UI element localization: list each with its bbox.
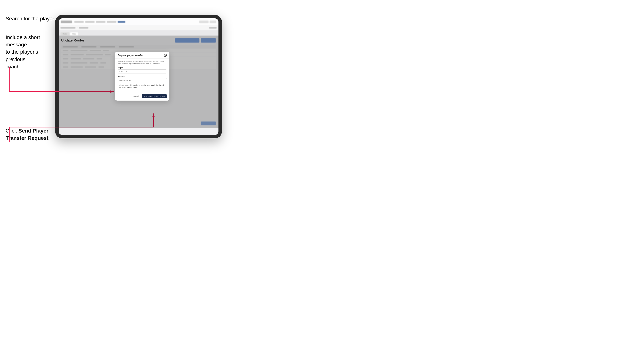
send-transfer-button[interactable]: Send Player Transfer Request	[142, 94, 167, 98]
cancel-button[interactable]: Cancel	[132, 95, 140, 98]
breadcrumb-item	[60, 27, 76, 29]
player-field-group: Player	[118, 67, 167, 73]
header-actions	[199, 20, 216, 23]
tab-stats: Stats	[70, 32, 78, 35]
player-input[interactable]	[118, 69, 167, 73]
nav-item-active	[118, 21, 125, 23]
app-logo	[61, 20, 72, 23]
modal-overlay: Request player transfer × If the player …	[58, 35, 218, 128]
header-action-btn	[210, 20, 216, 23]
tab-bar: Roster Stats	[58, 30, 218, 35]
tab-roster: Roster	[60, 32, 70, 35]
annotation-search: Search for the player.	[6, 15, 56, 22]
nav-item	[85, 21, 94, 23]
message-textarea[interactable]: Hi Coach McHarg, Please accept this tran…	[118, 78, 167, 88]
header-nav	[74, 21, 197, 23]
sub-header: ›	[58, 25, 218, 30]
tablet-screen: › Roster Stats Update Roster	[58, 18, 218, 135]
modal-header: Request player transfer ×	[115, 52, 170, 58]
sub-action	[209, 27, 216, 29]
modal-body: If the player is transferring from anoth…	[115, 58, 170, 93]
message-label: Message	[118, 75, 167, 77]
header-action-btn	[199, 20, 208, 23]
nav-item	[74, 21, 84, 23]
annotation-click: Click Send Player Transfer Request	[6, 127, 56, 142]
nav-item	[107, 21, 116, 23]
message-field-group: Message Hi Coach McHarg, Please accept t…	[118, 75, 167, 89]
player-label: Player	[118, 67, 167, 69]
modal-dialog: Request player transfer × If the player …	[115, 52, 170, 101]
modal-close-button[interactable]: ×	[164, 54, 167, 57]
breadcrumb-chevron: ›	[77, 27, 78, 29]
nav-item	[96, 21, 106, 23]
annotation-message: Include a short message to the player's …	[6, 34, 56, 70]
modal-description: If the player is transferring from anoth…	[118, 60, 167, 65]
breadcrumb-item	[79, 27, 88, 29]
modal-footer: Cancel Send Player Transfer Request	[115, 93, 170, 101]
main-content: Update Roster	[58, 35, 218, 128]
tablet-device: › Roster Stats Update Roster	[55, 15, 222, 138]
modal-title: Request player transfer	[118, 54, 143, 57]
app-header	[58, 18, 218, 25]
